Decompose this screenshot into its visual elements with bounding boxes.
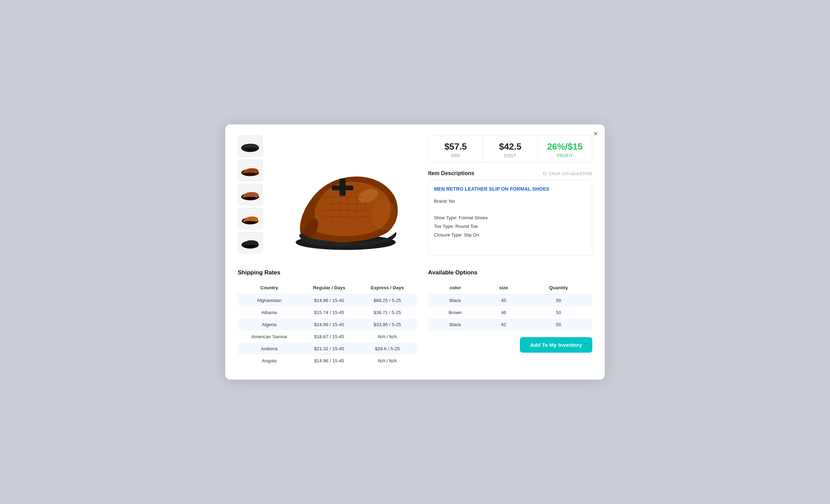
shipping-col-country: Country [238, 281, 300, 294]
bottom-section: Shipping Rates Country Regular / Days Ex… [238, 269, 592, 367]
table-cell: Albania [238, 306, 300, 319]
table-cell: 42 [482, 319, 525, 331]
table-row: Black4550 [428, 294, 592, 307]
table-cell: N/A / N/A [358, 355, 417, 367]
table-cell: $68.25 / 5-25 [358, 294, 417, 307]
table-cell: American Samoa [238, 331, 300, 343]
thumbnail-4[interactable] [238, 208, 263, 229]
cost-cell: $42.5 COST [483, 136, 537, 162]
shipping-col-regular: Regular / Days [300, 281, 358, 294]
copy-icon[interactable]: ⧉ [543, 170, 547, 177]
table-row: Albania$15.74 / 15-45$36.71 / 5-25 [238, 306, 417, 319]
table-cell: Brown [428, 306, 482, 319]
table-cell: $21.32 / 15-45 [300, 343, 358, 355]
table-cell: Angola [238, 355, 300, 367]
options-section: Available Options color size Quantity Bl… [428, 269, 592, 353]
item-desc-title: Item Descriptions [428, 170, 474, 177]
table-cell: 45 [482, 294, 525, 307]
shoe-type-line: Shoe Type: Formal Shoes [434, 214, 586, 222]
table-cell: $29.6 / 5-25 [358, 343, 417, 355]
main-product-image [267, 135, 417, 260]
product-modal: × [225, 124, 605, 380]
profit-label: PROFIT [541, 153, 589, 158]
options-col-size: size [482, 281, 525, 294]
table-cell: $14.99 / 15-45 [300, 319, 358, 331]
svg-point-7 [243, 221, 257, 224]
item-desc-header: Item Descriptions ⧉ SKU# nch-skub83766 [428, 170, 592, 177]
table-cell: 46 [482, 306, 525, 319]
sku-label: SKU# nch-skub83766 [549, 171, 592, 176]
closure-type-line: Closure Type: Slip On [434, 231, 586, 239]
profit-value: 26%/$15 [541, 141, 589, 152]
left-col [238, 135, 417, 260]
profit-cell: 26%/$15 PROFIT [538, 136, 592, 162]
add-to-inventory-button[interactable]: Add To My Inventory [520, 337, 592, 353]
table-row: Black4250 [428, 319, 592, 331]
table-cell: Black [428, 294, 482, 307]
table-row: Algeria$14.99 / 15-45$33.95 / 5-25 [238, 319, 417, 331]
cost-label: COST [486, 153, 534, 158]
thumbnail-1[interactable] [238, 135, 263, 157]
table-cell: Algeria [238, 319, 300, 331]
brand-line: Brand: No [434, 198, 586, 205]
table-row: Brown4650 [428, 306, 592, 319]
cost-value: $42.5 [486, 141, 534, 152]
svg-rect-12 [332, 185, 353, 190]
table-row: Angola$14.96 / 15-45N/A / N/A [238, 355, 417, 367]
table-cell: $14.96 / 15-45 [300, 294, 358, 307]
price-bar: $57.5 RRP $42.5 COST 26%/$15 PROFIT [428, 135, 592, 163]
description-box[interactable]: MEN RETRO LEATHER SLIP ON FORMAL SHOES B… [428, 180, 592, 256]
product-title: MEN RETRO LEATHER SLIP ON FORMAL SHOES [434, 185, 586, 193]
rrp-cell: $57.5 RRP [428, 136, 483, 162]
svg-point-3 [243, 173, 258, 175]
options-col-qty: Quantity [525, 281, 592, 294]
rrp-value: $57.5 [432, 141, 479, 152]
table-cell: N/A / N/A [358, 331, 417, 343]
table-cell: 50 [525, 306, 592, 319]
shipping-table-wrapper: Country Regular / Days Express / Days Af… [238, 281, 417, 367]
thumbnail-3[interactable] [238, 184, 263, 205]
table-row: Andorra$21.32 / 15-45$29.6 / 5-25 [238, 343, 417, 355]
right-col: $57.5 RRP $42.5 COST 26%/$15 PROFIT Item… [428, 135, 592, 256]
table-cell: $36.71 / 5-25 [358, 306, 417, 319]
svg-point-5 [243, 197, 258, 200]
svg-point-13 [372, 199, 396, 230]
close-button[interactable]: × [593, 130, 598, 138]
table-cell: $14.96 / 15-45 [300, 355, 358, 367]
svg-point-9 [243, 245, 257, 248]
table-cell: Andorra [238, 343, 300, 355]
options-title: Available Options [428, 269, 592, 276]
table-cell: 50 [525, 294, 592, 307]
table-cell: $33.95 / 5-25 [358, 319, 417, 331]
svg-point-1 [243, 148, 258, 151]
options-table: color size Quantity Black4550Brown4650Bl… [428, 281, 592, 331]
shipping-col-express: Express / Days [358, 281, 417, 294]
table-row: Afghanistan$14.96 / 15-45$68.25 / 5-25 [238, 294, 417, 307]
thumbnail-list [238, 135, 263, 260]
options-col-color: color [428, 281, 482, 294]
top-section: $57.5 RRP $42.5 COST 26%/$15 PROFIT Item… [238, 135, 592, 260]
sku-row: ⧉ SKU# nch-skub83766 [543, 170, 592, 177]
table-cell: $18.67 / 15-45 [300, 331, 358, 343]
toe-type-line: Toe Type: Round Toe [434, 223, 586, 231]
thumbnail-5[interactable] [238, 232, 263, 253]
table-cell: 50 [525, 319, 592, 331]
shipping-title: Shipping Rates [238, 269, 417, 276]
table-cell: Afghanistan [238, 294, 300, 307]
table-row: American Samoa$18.67 / 15-45N/A / N/A [238, 331, 417, 343]
rrp-label: RRP [432, 153, 479, 158]
shipping-section: Shipping Rates Country Regular / Days Ex… [238, 269, 417, 367]
table-cell: Black [428, 319, 482, 331]
table-cell: $15.74 / 15-45 [300, 306, 358, 319]
shipping-table: Country Regular / Days Express / Days Af… [238, 281, 417, 367]
thumbnail-2[interactable] [238, 160, 263, 181]
